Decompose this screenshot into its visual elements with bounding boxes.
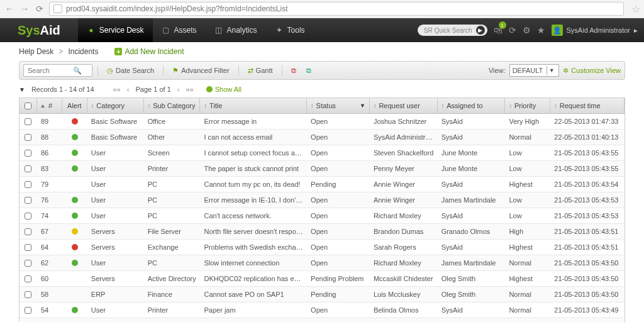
cell-id: 62 [37, 259, 62, 267]
cell-category: User [87, 149, 144, 157]
page-prev-icon[interactable]: ‹ [127, 86, 130, 93]
quick-search[interactable]: SR Quick Search▶ [418, 25, 487, 36]
select-all-checkbox[interactable] [25, 103, 31, 109]
export-pdf-icon[interactable]: ⧉ [287, 64, 300, 77]
row-select[interactable] [19, 134, 37, 141]
row-select[interactable] [19, 307, 37, 314]
date-search-button[interactable]: ◷Date Search [103, 64, 158, 77]
row-checkbox[interactable] [25, 150, 31, 157]
row-checkbox[interactable] [25, 244, 31, 251]
row-checkbox[interactable] [25, 228, 31, 235]
table-row[interactable]: 54UserPrinterPaper jamOpenBelinda OlmosS… [19, 303, 625, 318]
cell-request-user: Belinda Olmos [370, 306, 438, 314]
row-checkbox[interactable] [25, 197, 31, 204]
col-status[interactable]: ↕Status▼ [307, 98, 370, 113]
row-select[interactable] [19, 118, 37, 125]
row-select[interactable] [19, 291, 37, 298]
current-user[interactable]: 👤SysAid Administrator▸ [552, 25, 638, 36]
refresh-icon[interactable]: ⟳ [509, 25, 516, 35]
nav-tools[interactable]: ✦Tools [266, 18, 314, 42]
cell-assigned: June Monte [438, 165, 506, 172]
table-row[interactable]: 79UserPCCannot turn my pc on, its dead!P… [19, 177, 625, 192]
col-priority[interactable]: ↕Priority [505, 98, 550, 113]
page-first-icon[interactable]: «« [113, 86, 121, 93]
cell-alert [62, 228, 87, 235]
nav-analytics[interactable]: ◫Analytics [206, 18, 266, 42]
bookmark-star-icon[interactable]: ☆ [631, 3, 640, 15]
col-category[interactable]: ↕Category [87, 98, 144, 113]
table-row[interactable]: 62UserPCSlow internet connectionOpenRich… [19, 255, 625, 271]
filter-down-icon[interactable]: ▼ [360, 103, 365, 109]
add-incident-button[interactable]: +Add New Incident [114, 47, 184, 56]
table-row[interactable]: 15Basic SoftwareOtherWelcome to SysAid!O… [19, 318, 625, 322]
col-request-user[interactable]: ↕Request user [370, 98, 438, 113]
show-all-button[interactable]: Show All [206, 86, 242, 93]
cart-icon[interactable]: 🛍1 [494, 25, 502, 35]
crumb-incidents[interactable]: Incidents [68, 47, 98, 56]
quick-search-go-icon[interactable]: ▶ [476, 26, 485, 35]
export-excel-icon[interactable]: ⧉ [303, 64, 315, 77]
table-row[interactable]: 89Basic SoftwareOfficeError message inOp… [19, 114, 625, 130]
cell-time: 21-05-2013 05:43:49 [550, 306, 625, 314]
advanced-filter-button[interactable]: ⚑Advanced Filter [169, 64, 233, 77]
row-select[interactable] [19, 260, 37, 267]
search-input[interactable] [26, 66, 73, 75]
col-id[interactable]: # [37, 98, 62, 113]
row-select[interactable] [19, 197, 37, 204]
gear-icon[interactable]: ⚙ [523, 25, 531, 35]
col-assigned[interactable]: ↕Assigned to [438, 98, 506, 113]
forward-button[interactable]: → [19, 3, 30, 14]
row-select[interactable] [19, 181, 37, 188]
row-checkbox[interactable] [25, 275, 31, 282]
collapse-icon[interactable]: ▼ [19, 86, 25, 93]
col-title[interactable]: ↕Title [200, 98, 307, 113]
table-row[interactable]: 86UserScreenI cannot setup correct focus… [19, 145, 625, 161]
row-checkbox[interactable] [25, 165, 31, 172]
cell-category: Servers [87, 228, 144, 235]
table-row[interactable]: 67ServersFile ServerNorth file server do… [19, 224, 625, 240]
gantt-button[interactable]: ⇄Gantt [244, 64, 277, 77]
row-select[interactable] [19, 275, 37, 282]
col-alert[interactable]: Alert [62, 98, 87, 113]
customize-view-button[interactable]: ✲Customize View [563, 67, 621, 75]
cell-status: Open [307, 149, 370, 157]
row-checkbox[interactable] [25, 181, 31, 188]
cell-status: Open [307, 165, 370, 172]
cell-priority: Highest [505, 243, 550, 251]
url-bar[interactable]: prod04.sysaidit.com/index.jsp#/HelpDesk.… [49, 2, 624, 16]
page-last-icon[interactable]: »» [186, 86, 193, 93]
col-select[interactable] [19, 98, 37, 113]
search-box[interactable]: 🔍 [23, 64, 92, 77]
back-button[interactable]: ← [4, 3, 15, 14]
row-checkbox[interactable] [25, 291, 31, 298]
table-row[interactable]: 74UserPCCan't access network.OpenRichard… [19, 208, 625, 224]
row-select[interactable] [19, 150, 37, 157]
app-logo[interactable]: SysAid [0, 23, 78, 38]
row-select[interactable] [19, 228, 37, 235]
row-select[interactable] [19, 244, 37, 251]
row-checkbox[interactable] [25, 307, 31, 314]
chevron-down-icon: ▼ [547, 66, 556, 75]
table-row[interactable]: 64ServersExchangeProblems with Swedish e… [19, 240, 625, 255]
page-next-icon[interactable]: › [177, 86, 180, 93]
view-select[interactable]: DEFAULT▼ [509, 64, 560, 77]
row-select[interactable] [19, 165, 37, 172]
crumb-helpdesk[interactable]: Help Desk [19, 47, 53, 56]
nav-service-desk[interactable]: ●Service Desk [78, 18, 153, 42]
reload-button[interactable]: ⟳ [34, 3, 45, 14]
table-row[interactable]: 76UserPCError message in IE-10, I don't … [19, 192, 625, 208]
row-checkbox[interactable] [25, 260, 31, 267]
table-row[interactable]: 60ServersActive DirectoryDKHQDC02 replic… [19, 271, 625, 287]
nav-assets[interactable]: ▢Assets [153, 18, 206, 42]
row-checkbox[interactable] [25, 213, 31, 219]
col-request-time[interactable]: ↕Request time [550, 98, 625, 113]
search-icon[interactable]: 🔍 [73, 67, 82, 75]
table-row[interactable]: 58ERPFinanceCannot save PO on SAP1Pendin… [19, 287, 625, 303]
row-checkbox[interactable] [25, 118, 31, 125]
row-select[interactable] [19, 213, 37, 219]
col-subcategory[interactable]: ↕Sub Category [144, 98, 201, 113]
table-row[interactable]: 83UserPrinterThe paper is stuck cannot p… [19, 161, 625, 177]
star-icon[interactable]: ★ [537, 25, 545, 35]
row-checkbox[interactable] [25, 134, 31, 141]
table-row[interactable]: 88Basic SoftwareOtherI can not access em… [19, 130, 625, 145]
